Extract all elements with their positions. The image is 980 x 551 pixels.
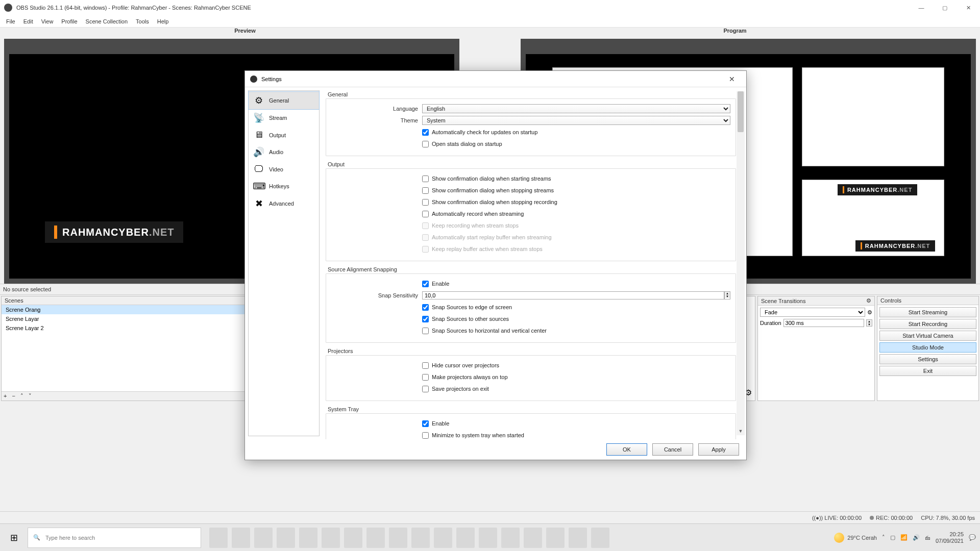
scene-item[interactable]: Screne Layar 2 (2, 323, 251, 333)
maximize-button[interactable]: ▢ (933, 0, 957, 15)
app-icon (4, 4, 12, 12)
taskbar-app[interactable] (546, 528, 565, 548)
scene-item[interactable]: Screne Orang (2, 305, 251, 314)
taskbar-app[interactable] (591, 528, 609, 548)
duration-label: Duration (760, 320, 781, 326)
exit-button[interactable]: Exit (879, 366, 976, 376)
tools-icon: ✖ (253, 198, 265, 209)
duration-input[interactable] (783, 319, 864, 327)
open-stats-checkbox[interactable]: Open stats dialog on startup (422, 141, 502, 147)
studio-mode-button[interactable]: Studio Mode (879, 342, 976, 353)
sidebar-item-video[interactable]: 🖵Video (249, 161, 319, 178)
auto-update-checkbox[interactable]: Automatically check for updates on start… (422, 129, 537, 136)
sidebar-item-advanced[interactable]: ✖Advanced (249, 195, 319, 212)
weather-widget[interactable]: 29°C Cerah (834, 533, 877, 543)
snap-center-checkbox[interactable]: Snap Sources to horizontal and vertical … (422, 328, 547, 334)
transitions-title: Scene Transitions (761, 298, 805, 304)
taskbar-app[interactable] (434, 528, 452, 548)
window-title: OBS Studio 26.1.1 (64-bit, windows) - Pr… (16, 5, 251, 11)
settings-button[interactable]: Settings (879, 354, 976, 364)
search-icon: 🔍 (33, 534, 40, 541)
scene-up-button[interactable]: ˄ (20, 393, 23, 399)
display-icon: 🖵 (253, 164, 265, 174)
close-button[interactable]: ✕ (957, 0, 980, 15)
start-virtual-camera-button[interactable]: Start Virtual Camera (879, 331, 976, 341)
taskbar-app[interactable] (254, 528, 273, 548)
menu-view[interactable]: View (37, 18, 58, 24)
scroll-down-icon[interactable]: ▼ (737, 427, 745, 435)
settings-scrollbar[interactable]: ▲ ▼ (737, 91, 745, 435)
taskbar-app[interactable] (479, 528, 497, 548)
snapping-enable-checkbox[interactable]: Enable (422, 281, 449, 287)
tray-wifi-icon[interactable]: 📶 (900, 534, 908, 541)
taskbar-app[interactable] (209, 528, 228, 548)
confirm-stop-recording-checkbox[interactable]: Show confirmation dialog when stopping r… (422, 199, 557, 206)
scenes-title: Scenes (2, 296, 251, 305)
snap-other-checkbox[interactable]: Snap Sources to other sources (422, 316, 509, 322)
scene-down-button[interactable]: ˅ (29, 393, 32, 399)
menu-profile[interactable]: Profile (57, 18, 81, 24)
minimize-button[interactable]: — (910, 0, 933, 15)
menu-scene-collection[interactable]: Scene Collection (82, 18, 132, 24)
transition-select[interactable]: Fade (760, 308, 865, 317)
tray-battery-icon[interactable]: ▢ (890, 534, 895, 541)
hide-cursor-checkbox[interactable]: Hide cursor over projectors (422, 362, 499, 369)
duration-down[interactable]: ▼ (867, 323, 872, 326)
taskbar-app[interactable] (232, 528, 250, 548)
taskbar-app[interactable] (389, 528, 407, 548)
confirm-stop-streams-checkbox[interactable]: Show confirmation dialog when stopping s… (422, 187, 554, 194)
taskbar-app[interactable] (277, 528, 295, 548)
sidebar-item-general[interactable]: ⚙General (248, 91, 320, 110)
taskbar-app[interactable] (299, 528, 317, 548)
systray-enable-checkbox[interactable]: Enable (422, 420, 449, 427)
menu-file[interactable]: File (2, 18, 19, 24)
taskbar-app[interactable] (366, 528, 385, 548)
settings-close-button[interactable]: ✕ (723, 72, 741, 86)
save-projectors-checkbox[interactable]: Save projectors on exit (422, 386, 489, 392)
taskbar-app[interactable] (501, 528, 520, 548)
transition-settings-icon[interactable]: ⚙ (867, 309, 872, 316)
sens-down[interactable]: ▼ (725, 295, 730, 298)
theme-select[interactable]: System (422, 116, 730, 125)
menu-edit[interactable]: Edit (19, 18, 37, 24)
taskbar-app[interactable] (344, 528, 362, 548)
taskbar-app[interactable] (322, 528, 340, 548)
snap-edge-checkbox[interactable]: Snap Sources to edge of screen (422, 304, 512, 311)
tray-volume-icon[interactable]: 🔊 (913, 534, 920, 541)
remove-scene-button[interactable]: − (12, 393, 15, 399)
snap-sensitivity-input[interactable] (422, 291, 724, 299)
taskbar-app[interactable] (456, 528, 475, 548)
menu-tools[interactable]: Tools (132, 18, 153, 24)
scroll-thumb[interactable] (738, 91, 744, 132)
tray-chevron-icon[interactable]: ˄ (882, 534, 885, 541)
taskbar-clock[interactable]: 20:2507/09/2021 (936, 531, 964, 544)
scene-item[interactable]: Screne Layar (2, 314, 251, 323)
transitions-gear-icon[interactable]: ⚙ (866, 297, 871, 304)
start-button[interactable]: ⊞ (0, 524, 28, 552)
menu-help[interactable]: Help (153, 18, 173, 24)
taskbar-search[interactable]: 🔍 Type here to search (28, 528, 201, 548)
controls-panel: Controls Start Streaming Start Recording… (877, 296, 979, 401)
sidebar-item-audio[interactable]: 🔊Audio (249, 143, 319, 161)
language-select[interactable]: English (422, 104, 730, 113)
sidebar-item-stream[interactable]: 📡Stream (249, 109, 319, 127)
minimize-start-checkbox[interactable]: Minimize to system tray when started (422, 432, 524, 439)
tray-lang-icon[interactable]: 🖮 (925, 535, 930, 541)
taskbar-app[interactable] (569, 528, 587, 548)
taskbar-apps (209, 528, 609, 548)
taskbar-app[interactable] (411, 528, 430, 548)
ok-button[interactable]: OK (606, 443, 647, 456)
sidebar-item-output[interactable]: 🖥Output (249, 127, 319, 143)
sidebar-item-hotkeys[interactable]: ⌨Hotkeys (249, 178, 319, 195)
apply-button[interactable]: Apply (698, 443, 739, 456)
notifications-icon[interactable]: 💬 (969, 534, 976, 541)
taskbar-app[interactable] (524, 528, 542, 548)
projectors-top-checkbox[interactable]: Make projectors always on top (422, 374, 508, 381)
live-status: ((●)) LIVE: 00:00:00 (812, 515, 862, 521)
confirm-start-streams-checkbox[interactable]: Show confirmation dialog when starting s… (422, 176, 551, 182)
add-scene-button[interactable]: + (4, 393, 7, 399)
cancel-button[interactable]: Cancel (652, 443, 693, 456)
auto-record-checkbox[interactable]: Automatically record when streaming (422, 211, 524, 217)
start-recording-button[interactable]: Start Recording (879, 319, 976, 329)
start-streaming-button[interactable]: Start Streaming (879, 307, 976, 317)
